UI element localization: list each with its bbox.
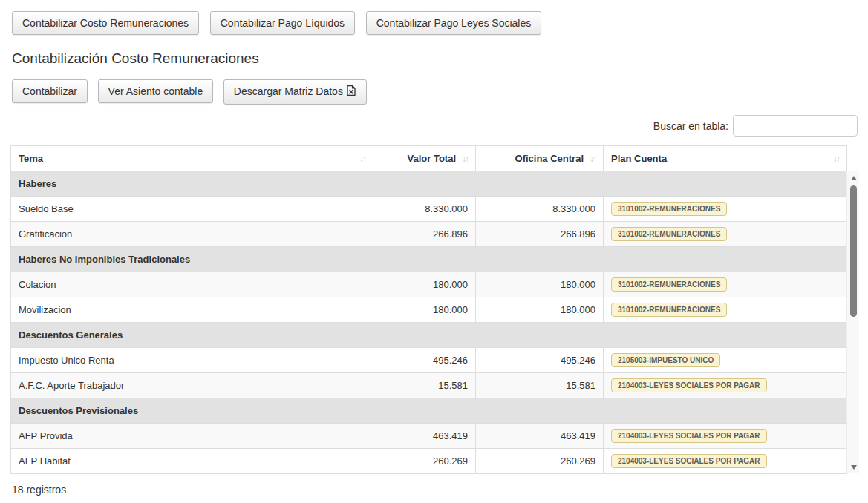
contabilizar-pago-liquidos-button[interactable]: Contabilizar Pago Líquidos — [210, 11, 355, 35]
contabilizar-pago-leyes-sociales-button[interactable]: Contabilizar Pago Leyes Sociales — [366, 11, 542, 35]
column-label: Tema — [19, 153, 43, 164]
records-count: 18 registros — [12, 484, 868, 496]
oficina-central-cell: 260.269 — [476, 449, 604, 474]
plan-cuenta-badge: 3101002-REMUNERACIONES — [611, 303, 727, 317]
contabilizar-costo-remuneraciones-button[interactable]: Contabilizar Costo Remuneraciones — [12, 11, 199, 35]
group-row-descuentos-previsionales: Descuentos Previsionales — [11, 398, 847, 424]
valor-total-cell: 260.269 — [373, 449, 476, 474]
column-header-tema[interactable]: Tema↓↑ — [11, 146, 373, 171]
sort-both-icon[interactable]: ↓↑ — [590, 154, 595, 164]
tema-cell: Movilizacion — [11, 297, 373, 323]
search-label: Buscar en tabla: — [653, 120, 728, 132]
plan-cuenta-badge: 2104003-LEYES SOCIALES POR PAGAR — [611, 378, 767, 392]
group-row-haberes-no-imponibles-tradicionales: Haberes No Imponibles Tradicionales — [11, 247, 847, 272]
search-bar: Buscar en tabla: — [0, 115, 858, 137]
column-header-oficina-central[interactable]: Oficina Central↓↑ — [476, 146, 604, 171]
plan-cuenta-badge: 3101002-REMUNERACIONES — [611, 277, 727, 292]
plan-cuenta-cell: 2104003-LEYES SOCIALES POR PAGAR — [604, 373, 847, 398]
scrollbar-thumb[interactable] — [850, 185, 857, 317]
valor-total-cell: 8.330.000 — [373, 197, 476, 222]
column-label: Valor Total — [408, 153, 457, 164]
descargar-matriz-datos-button[interactable]: Descargar Matriz Datos — [223, 79, 367, 105]
oficina-central-cell: 15.581 — [476, 373, 604, 398]
group-row-descuentos-generales: Descuentos Generales — [11, 323, 847, 348]
oficina-central-cell: 266.896 — [476, 222, 604, 247]
plan-cuenta-cell: 3101002-REMUNERACIONES — [604, 197, 847, 222]
group-label: Descuentos Previsionales — [11, 398, 847, 424]
scroll-down-arrow[interactable] — [847, 461, 860, 473]
top-nav-buttons: Contabilizar Costo Remuneraciones Contab… — [12, 11, 868, 35]
tema-cell: Gratificacion — [11, 222, 373, 247]
tema-cell: AFP Habitat — [11, 449, 373, 474]
toolbar: Contabilizar Ver Asiento contable Descar… — [12, 79, 868, 105]
group-label: Haberes — [11, 171, 847, 197]
valor-total-cell: 495.246 — [373, 348, 476, 373]
plan-cuenta-cell: 2104003-LEYES SOCIALES POR PAGAR — [604, 424, 847, 449]
valor-total-cell: 463.419 — [373, 424, 476, 449]
sort-both-icon[interactable]: ↓↑ — [462, 154, 468, 164]
table-header-row: Tema↓↑Valor Total↓↑Oficina Central↓↑Plan… — [11, 146, 847, 171]
search-input[interactable] — [733, 115, 858, 137]
plan-cuenta-badge: 3101002-REMUNERACIONES — [611, 202, 727, 216]
remuneraciones-table: Tema↓↑Valor Total↓↑Oficina Central↓↑Plan… — [10, 145, 859, 474]
valor-total-cell: 180.000 — [373, 272, 476, 297]
column-label: Oficina Central — [515, 153, 584, 164]
table-body: HaberesSueldo Base8.330.0008.330.0003101… — [11, 171, 847, 474]
plan-cuenta-cell: 2105003-IMPUESTO UNICO — [604, 348, 847, 373]
table-row-afp-provida[interactable]: AFP Provida463.419463.4192104003-LEYES S… — [11, 424, 847, 449]
table-row-gratificacion[interactable]: Gratificacion266.896266.8963101002-REMUN… — [11, 222, 847, 247]
sort-both-icon[interactable]: ↓↑ — [359, 154, 365, 164]
oficina-central-cell: 8.330.000 — [476, 197, 604, 222]
table-row-impuesto-unico-renta[interactable]: Impuesto Unico Renta495.246495.246210500… — [11, 348, 847, 373]
plan-cuenta-badge: 2104003-LEYES SOCIALES POR PAGAR — [611, 429, 767, 443]
oficina-central-cell: 463.419 — [476, 424, 604, 449]
plan-cuenta-cell: 3101002-REMUNERACIONES — [604, 222, 847, 247]
plan-cuenta-badge: 3101002-REMUNERACIONES — [611, 227, 727, 241]
table-row-colacion[interactable]: Colacion180.000180.0003101002-REMUNERACI… — [11, 272, 847, 297]
scroll-up-arrow[interactable] — [847, 172, 860, 183]
column-label: Plan Cuenta — [611, 153, 667, 164]
page-title: Contabilización Costo Remuneraciones — [12, 50, 868, 67]
tema-cell: Impuesto Unico Renta — [11, 348, 373, 373]
group-row-haberes: Haberes — [11, 171, 847, 197]
column-header-plan-cuenta[interactable]: Plan Cuenta↓↑ — [604, 146, 847, 171]
plan-cuenta-cell: 2104003-LEYES SOCIALES POR PAGAR — [604, 449, 847, 474]
tema-cell: Sueldo Base — [11, 197, 373, 222]
plan-cuenta-badge: 2105003-IMPUESTO UNICO — [611, 353, 720, 367]
valor-total-cell: 180.000 — [373, 297, 476, 323]
plan-cuenta-cell: 3101002-REMUNERACIONES — [604, 272, 847, 297]
oficina-central-cell: 180.000 — [476, 297, 604, 323]
plan-cuenta-cell: 3101002-REMUNERACIONES — [604, 297, 847, 323]
ver-asiento-contable-button[interactable]: Ver Asiento contable — [98, 79, 214, 103]
table-row-movilizacion[interactable]: Movilizacion180.000180.0003101002-REMUNE… — [11, 297, 847, 323]
sort-both-icon[interactable]: ↓↑ — [833, 154, 839, 164]
valor-total-cell: 266.896 — [373, 222, 476, 247]
tema-cell: A.F.C. Aporte Trabajador — [11, 373, 373, 398]
contabilizar-button[interactable]: Contabilizar — [12, 79, 88, 103]
tema-cell: AFP Provida — [11, 424, 373, 449]
excel-file-icon — [346, 85, 356, 99]
table-row-a-f-c-aporte-trabajador[interactable]: A.F.C. Aporte Trabajador15.58115.5812104… — [11, 373, 847, 398]
table-row-sueldo-base[interactable]: Sueldo Base8.330.0008.330.0003101002-REM… — [11, 197, 847, 222]
oficina-central-cell: 495.246 — [476, 348, 604, 373]
vertical-scrollbar[interactable] — [846, 171, 859, 473]
oficina-central-cell: 180.000 — [476, 272, 604, 297]
valor-total-cell: 15.581 — [373, 373, 476, 398]
plan-cuenta-badge: 2104003-LEYES SOCIALES POR PAGAR — [611, 454, 767, 468]
table-row-afp-habitat[interactable]: AFP Habitat260.269260.2692104003-LEYES S… — [11, 449, 847, 474]
descargar-matriz-datos-label: Descargar Matriz Datos — [234, 85, 343, 97]
group-label: Haberes No Imponibles Tradicionales — [11, 247, 847, 272]
group-label: Descuentos Generales — [11, 323, 847, 348]
tema-cell: Colacion — [11, 272, 373, 297]
column-header-valor-total[interactable]: Valor Total↓↑ — [373, 146, 476, 171]
